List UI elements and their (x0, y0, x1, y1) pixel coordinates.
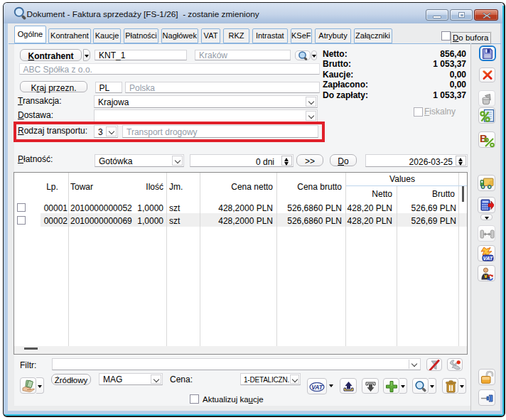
svg-text:VAT: VAT (311, 384, 323, 391)
svg-text:VAT: VAT (483, 255, 494, 262)
